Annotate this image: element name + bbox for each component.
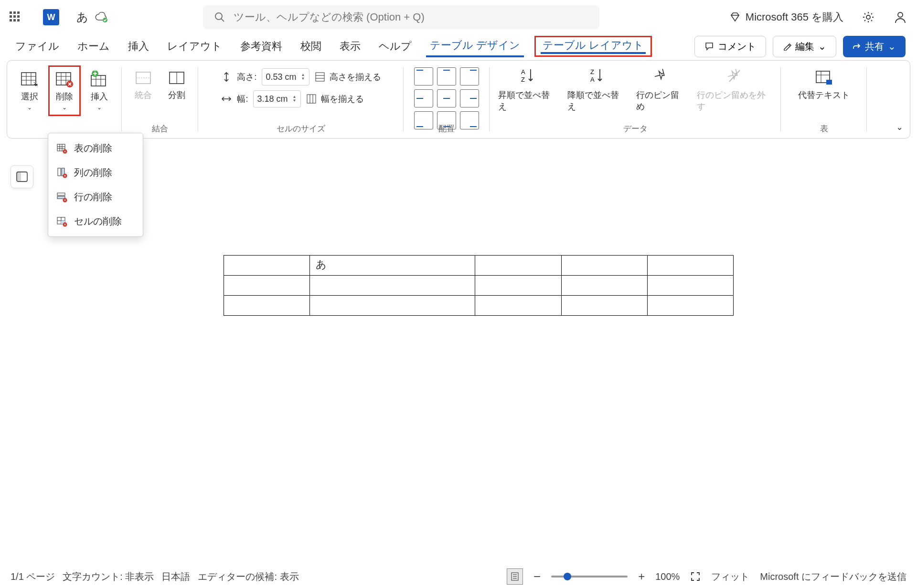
size-group-label: セルのサイズ xyxy=(198,123,404,134)
svg-point-3 xyxy=(866,15,870,19)
table-cell-content[interactable]: あ xyxy=(310,256,475,276)
buy-microsoft365-button[interactable]: Microsoft 365 を購入 xyxy=(729,10,843,24)
sort-desc-icon: ZA xyxy=(589,67,604,84)
table-row[interactable] xyxy=(224,296,734,316)
distribute-cols-icon xyxy=(306,93,317,105)
page-indicator[interactable]: 1/1 ページ xyxy=(11,570,55,583)
tab-help[interactable]: ヘルプ xyxy=(375,36,416,56)
insert-button[interactable]: 挿入 ⌄ xyxy=(85,65,114,116)
align-middle-center[interactable] xyxy=(437,89,456,107)
pin-icon xyxy=(654,67,669,84)
delete-row-icon xyxy=(57,192,67,203)
comments-label: コメント xyxy=(718,40,756,53)
align-group-label: 配置 xyxy=(404,123,490,134)
tab-layout[interactable]: レイアウト xyxy=(163,36,226,56)
svg-rect-28 xyxy=(307,95,316,103)
align-top-right[interactable] xyxy=(460,67,479,86)
word-app-icon[interactable]: W xyxy=(43,9,59,25)
language-indicator: あ xyxy=(76,10,88,25)
fit-icon[interactable] xyxy=(690,571,701,582)
tab-references[interactable]: 参考資料 xyxy=(236,36,286,56)
navigation-pane-toggle[interactable] xyxy=(11,165,33,188)
delete-cell-item[interactable]: セルの削除 xyxy=(48,209,143,234)
comments-button[interactable]: コメント xyxy=(694,36,766,57)
svg-point-1 xyxy=(215,13,222,20)
align-middle-right[interactable] xyxy=(460,89,479,107)
select-button[interactable]: 選択 ⌄ xyxy=(15,65,44,116)
select-label: 選択 xyxy=(21,91,38,102)
chevron-down-icon: ⌄ xyxy=(818,41,826,52)
svg-line-2 xyxy=(221,19,224,21)
spinner-icon[interactable]: ▲▼ xyxy=(301,73,305,81)
delete-row-item[interactable]: 行の削除 xyxy=(48,185,143,209)
editor-status[interactable]: エディターの候補: 表示 xyxy=(198,570,299,583)
settings-icon[interactable] xyxy=(862,11,875,24)
col-width-input[interactable]: 3.18 cm ▲▼ xyxy=(253,90,301,107)
pin-row-button[interactable]: 行のピン留め xyxy=(636,67,686,112)
fit-label[interactable]: フィット xyxy=(711,570,749,583)
editing-mode-button[interactable]: 編集 ⌄ xyxy=(773,36,836,57)
height-value: 0.53 cm xyxy=(266,72,297,82)
app-launcher-icon[interactable] xyxy=(10,11,21,23)
distribute-rows-icon xyxy=(314,71,326,83)
delete-table-item[interactable]: 表の削除 xyxy=(48,136,143,160)
row-height-input[interactable]: 0.53 cm ▲▼ xyxy=(262,68,309,86)
svg-rect-5 xyxy=(21,73,36,85)
word-count[interactable]: 文字カウント: 非表示 xyxy=(63,570,154,583)
table-row[interactable]: あ xyxy=(224,256,734,276)
chevron-down-icon: ⌄ xyxy=(62,104,67,111)
align-top-center[interactable] xyxy=(437,67,456,86)
svg-text:Z: Z xyxy=(521,76,525,83)
sort-descending-button[interactable]: ZA 降順で並べ替え xyxy=(567,67,626,112)
delete-table-label: 表の削除 xyxy=(74,142,112,155)
distribute-cols-button[interactable]: 幅を揃える xyxy=(306,93,364,105)
ribbon-expand-icon[interactable]: ⌄ xyxy=(896,122,903,132)
split-cells-button[interactable]: 分割 xyxy=(162,65,192,105)
width-value: 3.18 cm xyxy=(257,94,288,104)
zoom-level[interactable]: 100% xyxy=(655,571,680,582)
align-middle-left[interactable] xyxy=(414,89,433,107)
table-row[interactable] xyxy=(224,276,734,296)
share-label: 共有 xyxy=(865,40,884,53)
buy-label: Microsoft 365 を購入 xyxy=(746,10,843,24)
delete-column-item[interactable]: 列の削除 xyxy=(48,160,143,185)
sort-ascending-button[interactable]: AZ 昇順で並べ替え xyxy=(498,67,557,112)
svg-text:Z: Z xyxy=(590,68,594,75)
search-icon xyxy=(214,12,225,22)
sort-asc-icon: AZ xyxy=(520,67,534,84)
distribute-rows-label: 高さを揃える xyxy=(330,71,381,83)
cloud-sync-icon[interactable] xyxy=(95,12,107,22)
unpin-row-label: 行のピン留めを外す xyxy=(697,89,772,112)
tab-file[interactable]: ファイル xyxy=(11,36,63,56)
tab-view[interactable]: 表示 xyxy=(336,36,364,56)
height-label: 高さ: xyxy=(237,71,256,83)
tab-table-layout[interactable]: テーブル レイアウト xyxy=(541,38,646,54)
align-top-left[interactable] xyxy=(414,67,433,86)
tab-table-design[interactable]: テーブル デザイン xyxy=(426,35,524,57)
account-icon[interactable] xyxy=(893,10,907,24)
share-button[interactable]: 共有 ⌄ xyxy=(843,36,906,57)
sort-asc-label: 昇順で並べ替え xyxy=(498,89,557,112)
tab-home[interactable]: ホーム xyxy=(74,36,114,56)
col-width-icon xyxy=(221,93,232,105)
feedback-link[interactable]: Microsoft にフィードバックを送信 xyxy=(760,570,906,583)
spinner-icon[interactable]: ▲▼ xyxy=(293,95,297,103)
reading-view-button[interactable] xyxy=(507,568,523,585)
merge-cells-button: 統合 xyxy=(128,65,158,105)
tab-insert[interactable]: 挿入 xyxy=(124,36,153,56)
delete-button[interactable]: 削除 ⌄ xyxy=(48,65,81,116)
zoom-slider[interactable] xyxy=(551,576,628,577)
row-height-icon xyxy=(221,71,232,83)
document-table[interactable]: あ xyxy=(224,255,734,316)
search-input[interactable]: ツール、ヘルプなどの検索 (Option + Q) xyxy=(203,5,599,29)
delete-column-icon xyxy=(57,168,67,178)
distribute-rows-button[interactable]: 高さを揃える xyxy=(314,71,381,83)
zoom-in-button[interactable]: + xyxy=(638,570,645,583)
alt-text-button[interactable]: 代替テキスト xyxy=(792,65,855,105)
sort-desc-label: 降順で並べ替え xyxy=(567,89,626,112)
language-status[interactable]: 日本語 xyxy=(161,570,190,583)
svg-rect-39 xyxy=(826,80,832,85)
pin-row-label: 行のピン留め xyxy=(636,89,686,112)
tab-review[interactable]: 校閲 xyxy=(297,36,325,56)
zoom-out-button[interactable]: − xyxy=(533,569,541,584)
